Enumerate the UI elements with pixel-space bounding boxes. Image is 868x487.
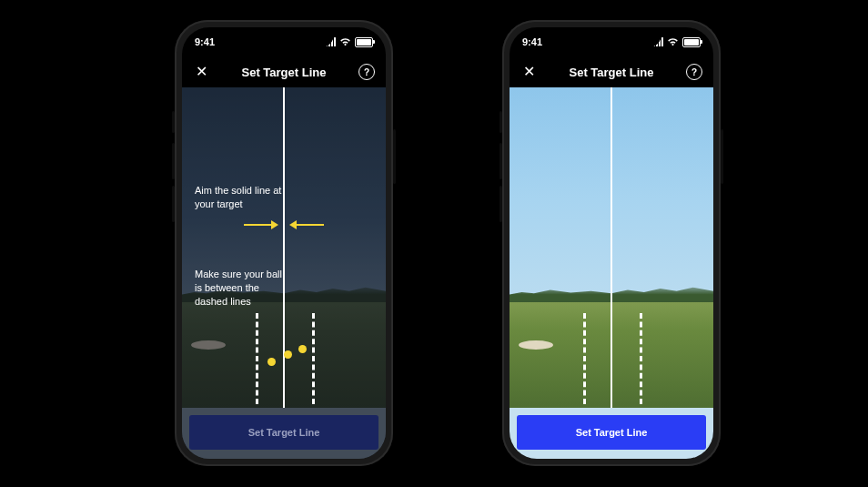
arrow-right-icon — [244, 218, 278, 231]
phone-volume-down — [500, 186, 502, 222]
phone-side-button — [393, 129, 396, 184]
phone-mockup-live: 9:41 ✕ Set Target Line ? — [502, 20, 721, 466]
instruction-aim-text: Aim the solid line at your target — [195, 184, 286, 211]
phone-volume-up — [172, 143, 175, 179]
page-title: Set Target Line — [242, 66, 327, 79]
aim-arrows — [182, 218, 386, 233]
svg-marker-1 — [271, 220, 278, 229]
phone-mockup-instructional: 9:41 ✕ Set Target Line ? — [175, 20, 393, 466]
status-time: 9:41 — [522, 36, 542, 47]
sample-ball-icon — [298, 345, 307, 353]
svg-marker-3 — [289, 220, 297, 229]
ball-zone-dashed-left — [583, 313, 586, 404]
phone-mute-switch — [172, 111, 175, 133]
camera-viewport: Set Target Line — [510, 87, 713, 459]
ball-zone-dashed-right — [312, 313, 315, 404]
ball-zone-dashed-left — [256, 313, 258, 404]
help-icon[interactable]: ? — [686, 64, 702, 80]
phone-notch — [561, 27, 661, 47]
scene-bunker — [519, 340, 553, 350]
sample-ball-icon — [267, 358, 276, 366]
wifi-icon — [339, 37, 351, 46]
help-icon[interactable]: ? — [358, 64, 375, 80]
close-icon[interactable]: ✕ — [520, 64, 537, 80]
phone-volume-down — [172, 186, 175, 222]
screenshot-stage: 9:41 ✕ Set Target Line ? — [0, 0, 868, 487]
cta-label: Set Target Line — [576, 427, 648, 438]
phone-volume-up — [500, 143, 502, 179]
ball-zone-dashed-right — [640, 313, 642, 404]
instruction-ball-text: Make sure your ball is between the dashe… — [195, 268, 286, 309]
set-target-line-button[interactable]: Set Target Line — [189, 415, 378, 450]
nav-bar: ✕ Set Target Line ? — [182, 56, 386, 87]
wifi-icon — [667, 37, 679, 46]
status-time: 9:41 — [195, 36, 215, 47]
page-title: Set Target Line — [570, 66, 654, 79]
nav-bar: ✕ Set Target Line ? — [510, 56, 713, 87]
battery-icon — [355, 37, 373, 47]
target-solid-line — [283, 87, 285, 408]
phone-mute-switch — [500, 111, 502, 133]
sample-ball-icon — [284, 350, 292, 359]
phone-notch — [234, 27, 334, 47]
phone-side-button — [721, 129, 723, 184]
target-solid-line — [611, 87, 612, 408]
cta-label: Set Target Line — [248, 427, 320, 438]
camera-viewport: Aim the solid line at your target Make s… — [182, 87, 386, 459]
set-target-line-button[interactable]: Set Target Line — [517, 415, 706, 450]
arrow-left-icon — [289, 218, 324, 231]
battery-icon — [682, 37, 701, 47]
close-icon[interactable]: ✕ — [193, 64, 209, 80]
